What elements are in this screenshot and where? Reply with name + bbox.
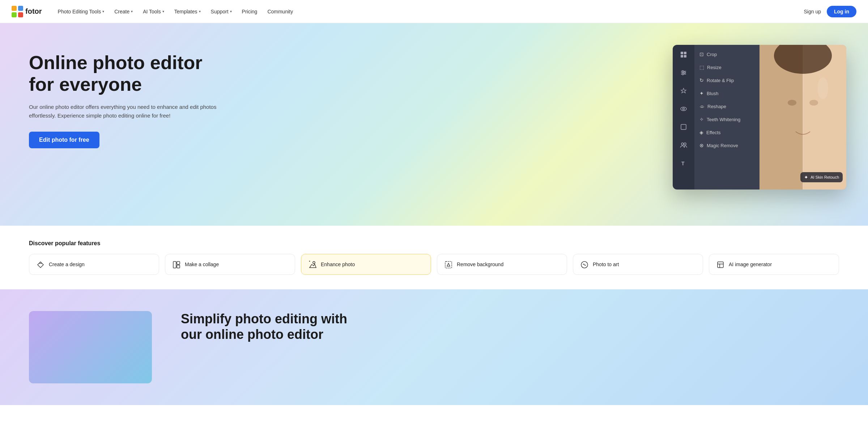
panel-label: Magic Remove (707, 143, 738, 148)
svg-point-23 (788, 100, 796, 106)
panel-item-magic-remove[interactable]: ⊗Magic Remove (694, 139, 760, 152)
sidebar-beauty-icon[interactable] (678, 85, 689, 96)
svg-rect-16 (681, 124, 686, 129)
nav-link-ai-tools[interactable]: AI Tools▾ (139, 7, 169, 17)
panel-label: Resize (707, 65, 722, 70)
feature-card-enhance-photo[interactable]: Enhance photo (301, 254, 431, 275)
panel-label: Effects (706, 130, 721, 135)
svg-rect-0 (12, 6, 17, 11)
ai-image-generator-icon (716, 260, 724, 269)
create-a-design-icon (37, 260, 44, 269)
panel-label: Rotate & Flip (707, 78, 734, 83)
svg-point-11 (682, 71, 684, 72)
logo[interactable]: fotor (12, 6, 42, 17)
photo-to-art-icon (580, 260, 588, 269)
feature-card-remove-background[interactable]: Remove background (437, 254, 567, 275)
panel-item-rotate-&-flip[interactable]: ↻Rotate & Flip (694, 74, 760, 87)
hero-subtitle: Our online photo editor offers everythin… (29, 103, 217, 120)
panel-icon: ◈ (699, 129, 703, 135)
svg-rect-32 (445, 261, 452, 268)
svg-rect-3 (18, 12, 23, 17)
svg-point-18 (684, 143, 686, 145)
ai-badge-label: AI Skin Retouch (810, 175, 839, 179)
features-grid: Create a designMake a collageEnhance pho… (29, 254, 839, 289)
feature-label: AI image generator (729, 261, 772, 267)
svg-point-13 (682, 73, 684, 75)
editor-canvas: ✦ AI Skin Retouch (760, 45, 846, 190)
svg-point-24 (809, 100, 818, 106)
panel-icon: ✦ (699, 90, 704, 96)
svg-rect-5 (684, 52, 686, 54)
panel-icon: ↻ (699, 77, 704, 83)
svg-rect-7 (684, 55, 686, 58)
sidebar-eye-icon[interactable] (678, 103, 689, 114)
panel-label: Crop (707, 52, 717, 57)
panel-item-resize[interactable]: ⬚Resize (694, 61, 760, 74)
features-title: Discover popular features (29, 240, 839, 247)
chevron-down-icon: ▾ (131, 9, 133, 13)
svg-rect-2 (12, 12, 17, 17)
panel-item-teeth-whitening[interactable]: ✧Teeth Whitening (694, 113, 760, 126)
panel-label: Teeth Whitening (707, 117, 740, 122)
features-section: Discover popular features Create a desig… (0, 226, 868, 289)
nav-link-photo-editing-tools[interactable]: Photo Editing Tools▾ (54, 7, 109, 17)
svg-rect-28 (173, 261, 176, 268)
feature-label: Photo to art (593, 261, 619, 267)
feature-card-make-a-collage[interactable]: Make a collage (165, 254, 295, 275)
panel-label: Reshape (707, 104, 726, 109)
remove-background-icon (444, 260, 452, 269)
nav-link-create[interactable]: Create▾ (110, 7, 137, 17)
enhance-photo-icon (309, 260, 316, 269)
feature-card-create-a-design[interactable]: Create a design (29, 254, 159, 275)
nav-link-pricing[interactable]: Pricing (238, 7, 262, 17)
nav-link-templates[interactable]: Templates▾ (170, 7, 205, 17)
panel-item-effects[interactable]: ◈Effects (694, 126, 760, 139)
nav-link-support[interactable]: Support▾ (207, 7, 236, 17)
panel-icon: ⌯ (699, 103, 705, 109)
hero-cta-button[interactable]: Edit photo for free (29, 132, 99, 148)
ai-badge-icon: ✦ (804, 174, 808, 180)
make-a-collage-icon (173, 260, 180, 269)
sidebar-apps-icon[interactable] (678, 49, 689, 60)
hero-title: Online photo editor for everyone (29, 52, 217, 95)
login-button[interactable]: Log in (827, 6, 856, 17)
svg-point-14 (681, 107, 686, 111)
svg-rect-4 (681, 52, 683, 54)
nav-link-community[interactable]: Community (263, 7, 297, 17)
sidebar-people-icon[interactable] (678, 140, 689, 150)
signup-link[interactable]: Sign up (804, 9, 821, 14)
bottom-title: Simplify photo editing with our online p… (181, 311, 347, 342)
feature-card-photo-to-art[interactable]: Photo to art (573, 254, 703, 275)
feature-label: Remove background (457, 261, 503, 267)
chevron-down-icon: ▾ (162, 9, 164, 13)
panel-item-blush[interactable]: ✦Blush (694, 87, 760, 100)
brand-name: fotor (25, 7, 42, 16)
panel-item-reshape[interactable]: ⌯Reshape (694, 100, 760, 113)
sidebar-crop-icon[interactable] (678, 122, 689, 132)
sidebar-text-icon[interactable]: T (678, 158, 689, 169)
feature-card-ai-image-generator[interactable]: AI image generator (709, 254, 839, 275)
editor-preview: T ⊡Crop⬚Resize↻Rotate & Flip✦Blush⌯Resha… (673, 45, 846, 190)
navbar: fotor Photo Editing Tools▾Create▾AI Tool… (0, 0, 868, 23)
hero-section: Online photo editor for everyone Our onl… (0, 23, 868, 226)
bottom-content: Simplify photo editing with our online p… (181, 311, 839, 342)
face-image (760, 45, 846, 190)
svg-point-15 (683, 108, 685, 110)
svg-rect-30 (177, 265, 180, 268)
svg-point-12 (684, 72, 685, 73)
svg-rect-29 (177, 261, 180, 264)
hero-editor-mockup: T ⊡Crop⬚Resize↻Rotate & Flip✦Blush⌯Resha… (673, 45, 846, 190)
nav-links: Photo Editing Tools▾Create▾AI Tools▾Temp… (54, 7, 804, 17)
nav-auth: Sign up Log in (804, 6, 856, 17)
svg-text:T: T (681, 161, 685, 166)
sidebar-adjust-icon[interactable] (678, 67, 689, 78)
svg-rect-1 (18, 6, 23, 11)
editor-sidebar: T (673, 45, 694, 190)
panel-icon: ⬚ (699, 64, 704, 70)
chevron-down-icon: ▾ (102, 9, 104, 13)
bottom-section: Simplify photo editing with our online p… (0, 289, 868, 405)
hero-content: Online photo editor for everyone Our onl… (29, 45, 217, 148)
panel-item-crop[interactable]: ⊡Crop (694, 48, 760, 61)
feature-label: Make a collage (185, 261, 219, 267)
feature-label: Create a design (49, 261, 85, 267)
